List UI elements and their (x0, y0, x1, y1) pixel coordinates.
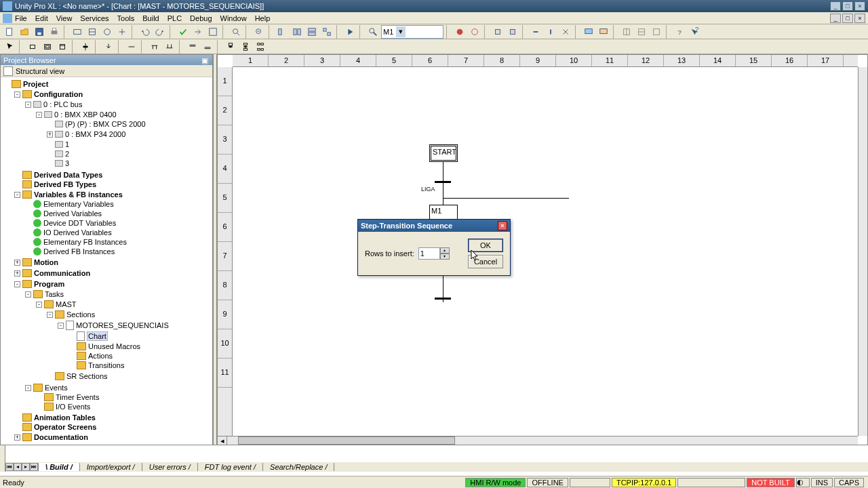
step4-icon[interactable] (544, 25, 557, 39)
rows-input[interactable]: 1 (418, 247, 440, 260)
tree-plcbus[interactable]: 0 : PLC bus (43, 100, 82, 108)
tree-rack[interactable]: 0 : BMX XBP 0400 (54, 110, 117, 119)
bp-tab-usererr[interactable]: User errors (149, 463, 186, 471)
spin-up-icon[interactable]: ▴ (440, 247, 450, 253)
tree-derivfbi[interactable]: Derived FB Instances (43, 247, 115, 256)
tree-p34[interactable]: 0 : BMX P34 2000 (65, 130, 125, 138)
sfc-parbranch1-icon[interactable] (186, 40, 199, 54)
print-icon[interactable] (47, 25, 61, 39)
zoom-in-icon[interactable] (229, 25, 243, 39)
tool-a-icon[interactable] (71, 25, 84, 39)
tree-project[interactable]: Project (23, 80, 48, 88)
sfc-seq1-icon[interactable] (224, 40, 237, 54)
tree-sections[interactable]: Sections (66, 310, 95, 319)
open-icon[interactable] (18, 25, 31, 39)
sfc-seq2-icon[interactable] (239, 40, 252, 54)
menu-build[interactable]: Build (142, 14, 159, 22)
tree-derivvars[interactable]: Derived Variables (43, 209, 102, 218)
g1-icon[interactable] (620, 25, 633, 39)
tree-motores[interactable]: MOTORES_SEQUENCIAIS (76, 321, 169, 329)
tree-devddt[interactable]: Device DDT Variables (43, 219, 116, 227)
tree-docu[interactable]: Documentation (34, 433, 88, 441)
undo-icon[interactable] (138, 25, 152, 39)
sfc-jump-icon[interactable] (102, 40, 115, 54)
tree-ioev[interactable]: I/O Events (56, 403, 90, 411)
w2-icon[interactable] (290, 25, 304, 39)
step5-icon[interactable] (559, 25, 572, 39)
redo-icon[interactable] (153, 25, 167, 39)
mdi-close-button[interactable]: × (854, 14, 865, 23)
tree-elemfbi[interactable]: Elementary FB Instances (43, 238, 127, 246)
menu-help[interactable]: Help (255, 14, 271, 22)
sfc-altbranch-icon[interactable] (148, 40, 161, 54)
animation-icon[interactable] (343, 25, 357, 39)
zoom-out-icon[interactable] (252, 25, 266, 39)
tree-dfb[interactable]: Derived FB Types (34, 180, 96, 188)
sfc-parbranch2-icon[interactable] (201, 40, 214, 54)
bp-tab-search[interactable]: Search/Replace (270, 463, 323, 471)
scroll-thumb[interactable] (238, 436, 455, 445)
menu-edit[interactable]: Edit (35, 14, 48, 22)
tree-mast[interactable]: MAST (56, 300, 77, 308)
tool-d-icon[interactable] (115, 25, 129, 39)
tree-slot1[interactable]: 1 (65, 140, 69, 148)
mdi-minimize-button[interactable]: _ (830, 14, 841, 23)
g3-icon[interactable] (650, 25, 663, 39)
tree-elemvars[interactable]: Elementary Variables (43, 200, 114, 208)
tree-sr[interactable]: SR Sections (66, 372, 108, 380)
mdi-restore-button[interactable]: □ (842, 14, 853, 23)
tool-b-icon[interactable] (85, 25, 99, 39)
tree-actions[interactable]: Actions (88, 352, 113, 360)
sfc-transition-icon[interactable] (79, 40, 92, 54)
bp-next-icon[interactable]: ▸ (22, 463, 30, 471)
menu-debug[interactable]: Debug (190, 14, 212, 22)
maximize-button[interactable]: □ (842, 1, 853, 11)
tree-motion[interactable]: Motion (34, 258, 58, 266)
dialog-title-bar[interactable]: Step-Transition Sequence × (358, 220, 510, 232)
view-icon[interactable] (3, 66, 13, 76)
vertical-scrollbar[interactable] (858, 67, 867, 436)
tree-events[interactable]: Events (45, 384, 68, 392)
find-icon[interactable] (366, 25, 380, 39)
bp-tab-fdt[interactable]: FDT log event (205, 463, 252, 471)
menu-tools[interactable]: Tools (117, 14, 135, 22)
tool-c-icon[interactable] (100, 25, 114, 39)
sfc-step-start[interactable]: START (429, 144, 458, 162)
tree-ddt[interactable]: Derived Data Types (34, 171, 102, 179)
mon2-icon[interactable] (597, 25, 610, 39)
horizontal-scrollbar[interactable]: ◂ (218, 436, 858, 445)
tree-slot3[interactable]: 3 (65, 159, 69, 167)
tree-cps[interactable]: (P) (P) : BMX CPS 2000 (65, 120, 146, 128)
full-icon[interactable] (206, 25, 220, 39)
bp2-icon[interactable] (468, 25, 481, 39)
ok-button[interactable]: OK (468, 239, 503, 252)
chevron-down-icon[interactable]: ▾ (396, 26, 406, 37)
w4-icon[interactable] (320, 25, 334, 39)
save-icon[interactable] (33, 25, 46, 39)
bp-first-icon[interactable]: ⏮ (5, 463, 14, 471)
bp1-icon[interactable] (453, 25, 467, 39)
tree-tasks[interactable]: Tasks (45, 290, 64, 298)
menu-file[interactable]: File (15, 14, 27, 22)
bp-tab-build[interactable]: Build (50, 463, 68, 471)
find-dropdown[interactable]: M1 ▾ (381, 25, 443, 39)
tree-anim[interactable]: Animation Tables (34, 413, 96, 422)
w1-icon[interactable] (275, 25, 289, 39)
tree-vars[interactable]: Variables & FB instances (34, 190, 123, 199)
tree-ioderiv[interactable]: IO Derived Variables (43, 228, 112, 237)
new-icon[interactable] (3, 25, 16, 39)
sfc-step-icon[interactable] (26, 40, 39, 54)
sfc-canvas[interactable]: START LIGA M1 (233, 67, 858, 436)
tree-chart[interactable]: Chart (87, 331, 108, 341)
tree-oper[interactable]: Operator Screens (34, 423, 96, 431)
sfc-seq3-icon[interactable] (254, 40, 267, 54)
bp-tab-impexp[interactable]: Import/export (87, 463, 131, 471)
goto-icon[interactable] (191, 25, 205, 39)
step2-icon[interactable] (506, 25, 519, 39)
dialog-close-icon[interactable]: × (498, 221, 507, 230)
bp-last-icon[interactable]: ⏭ (30, 463, 38, 471)
tree-timerev[interactable]: Timer Events (56, 393, 99, 401)
close-button[interactable]: × (854, 1, 865, 11)
menu-view[interactable]: View (56, 14, 73, 22)
menu-services[interactable]: Services (80, 14, 108, 22)
